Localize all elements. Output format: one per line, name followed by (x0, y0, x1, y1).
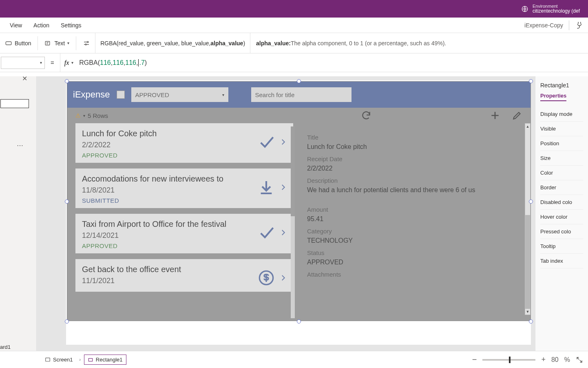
property-row[interactable]: Display mode (540, 107, 583, 122)
main-area: ✕ ⋯ ard1 iExpense APPROVED ▾ Search for … (0, 76, 588, 351)
expense-card[interactable]: Accomodations for new interviewees to11/… (75, 168, 293, 208)
slider-thumb[interactable] (509, 357, 511, 363)
detail-cat-label: Category (307, 228, 522, 235)
expense-card[interactable]: Lunch for Coke pitch2/2/2022APPROVED (75, 123, 293, 163)
download-icon[interactable] (258, 179, 274, 195)
property-row[interactable]: Pressed colo (540, 224, 583, 239)
resize-handle[interactable] (529, 79, 533, 83)
refresh-icon[interactable] (361, 110, 371, 121)
menu-settings[interactable]: Settings (55, 19, 87, 32)
zoom-out-button[interactable]: − (472, 355, 477, 364)
scroll-up-icon[interactable]: ▲ (525, 124, 530, 129)
detail-scrollbar[interactable]: ▲ ▼ (525, 123, 531, 315)
chevron-right-icon[interactable] (279, 226, 287, 239)
property-selector[interactable]: ▾ (1, 57, 45, 69)
resize-handle[interactable] (65, 319, 69, 324)
chevron-down-icon[interactable]: ▾ (83, 113, 85, 118)
property-row[interactable]: Color (540, 166, 583, 180)
card-status: APPROVED (82, 242, 287, 249)
menu-action[interactable]: Action (28, 19, 55, 32)
chevron-right-icon[interactable] (279, 135, 287, 149)
canvas[interactable]: iExpense APPROVED ▾ Search for title ⚠ ▾… (37, 76, 535, 351)
property-row[interactable]: Tab index (540, 254, 583, 268)
breadcrumb-screen[interactable]: Screen1 (42, 355, 76, 364)
breadcrumb-element[interactable]: Rectangle1 (84, 355, 126, 365)
formula-input[interactable]: RGBA(116, 116, 116,.7) (77, 59, 147, 67)
tree-item-label[interactable]: ard1 (0, 344, 11, 350)
zoom-in-button[interactable]: + (541, 355, 546, 364)
properties-tab[interactable]: Properties (540, 93, 566, 101)
detail-status-value: APPROVED (307, 259, 522, 266)
detail-title-value: Lunch for Coke pitch (307, 143, 522, 151)
detail-desc-label: Description (307, 177, 522, 184)
scroll-down-icon[interactable]: ▼ (525, 309, 530, 315)
resize-handle[interactable] (297, 319, 301, 324)
divider (38, 36, 38, 50)
chevron-right-icon[interactable] (279, 180, 287, 194)
list-scrollbar[interactable] (291, 126, 295, 318)
expense-card[interactable]: Get back to the office event11/1/2021 (75, 259, 293, 292)
add-icon[interactable] (490, 110, 500, 121)
zoom-controls: − + 80 % (472, 355, 583, 364)
chevron-down-icon[interactable]: ▾ (71, 60, 73, 65)
resize-handle[interactable] (529, 200, 533, 204)
health-icon[interactable] (575, 21, 584, 30)
resize-handle[interactable] (297, 79, 301, 83)
chevron-down-icon: ▾ (222, 93, 224, 97)
formula-bar: ▾ = fx ▾ RGBA(116, 116, 116,.7) (0, 53, 588, 72)
hint-text: The alpha component, 0 to 1 (or a percen… (291, 40, 446, 47)
svg-rect-7 (88, 358, 92, 361)
property-row[interactable]: Tooltip (540, 239, 583, 254)
menu-view[interactable]: View (4, 19, 28, 32)
more-icon[interactable]: ⋯ (17, 142, 24, 149)
app-header: iExpense APPROVED ▾ Search for title (67, 82, 531, 108)
insert-text[interactable]: Text ▾ (40, 37, 74, 49)
property-row[interactable]: Size (540, 151, 583, 166)
tree-search-input[interactable] (0, 99, 29, 108)
tree-panel: ✕ ⋯ ard1 (0, 76, 37, 351)
resize-handle[interactable] (65, 200, 69, 204)
edit-icon[interactable] (512, 110, 522, 121)
fit-icon[interactable] (576, 356, 583, 364)
scrollbar-thumb[interactable] (525, 215, 530, 309)
environment-icon (521, 5, 528, 13)
search-input[interactable]: Search for title (251, 87, 351, 102)
text-caret (138, 59, 139, 67)
property-row[interactable]: Border (540, 180, 583, 195)
chevron-right-icon: › (79, 357, 80, 362)
rows-count: 5 Rows (88, 112, 108, 119)
insert-button[interactable]: Button (0, 37, 36, 49)
resize-handle[interactable] (529, 319, 533, 324)
settings-icon-button[interactable] (78, 37, 95, 49)
zoom-pct: % (564, 356, 570, 364)
chevron-down-icon: ▾ (67, 41, 69, 45)
breadcrumb: Screen1 › Rectangle1 (5, 355, 126, 365)
card-date: 2/2/2022 (82, 141, 287, 149)
status-dropdown[interactable]: APPROVED ▾ (131, 87, 228, 102)
dollar-icon[interactable] (258, 270, 274, 286)
scrollbar-thumb[interactable] (291, 126, 295, 216)
expense-card[interactable]: Taxi from Airport to Office for the fest… (75, 214, 293, 253)
close-icon[interactable]: ✕ (22, 75, 27, 82)
environment-block: Environment citizentechnology (def (521, 4, 580, 14)
check-icon[interactable] (258, 224, 274, 241)
chevron-right-icon[interactable] (279, 271, 287, 285)
rectangle-selection[interactable]: iExpense APPROVED ▾ Search for title ⚠ ▾… (67, 81, 531, 321)
divider (76, 36, 76, 50)
hint-name: alpha_value: (256, 40, 291, 47)
property-row[interactable]: Position (540, 136, 583, 151)
detail-desc-value: We had a lunch for potential clients and… (307, 186, 522, 194)
insert-text-label: Text (54, 40, 65, 47)
svg-point-4 (85, 44, 86, 45)
checkbox[interactable] (117, 91, 125, 99)
breadcrumb-screen-label: Screen1 (53, 357, 73, 363)
property-row[interactable]: Hover color (540, 210, 583, 224)
card-status: APPROVED (82, 152, 287, 159)
check-icon[interactable] (258, 134, 274, 150)
fx-block: fx ▾ (60, 53, 78, 72)
resize-handle[interactable] (65, 79, 69, 83)
zoom-slider[interactable] (482, 359, 535, 361)
property-row[interactable]: Disabled colo (540, 195, 583, 210)
property-row[interactable]: Visible (540, 122, 583, 136)
sub-header: ⚠ ▾ 5 Rows (67, 108, 531, 123)
